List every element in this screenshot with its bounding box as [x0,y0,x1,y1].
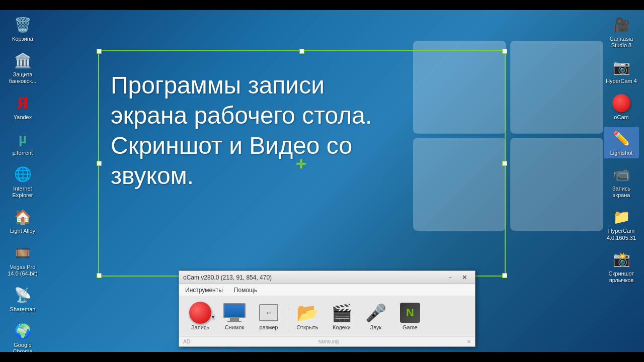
main-content-overlay: Программы записи экрана рабочего стола. … [111,70,387,191]
camtasia-label: Camtasia Studio 8 [606,36,637,49]
utorrent-label: µTorrent [13,150,33,156]
icon-internet-explorer[interactable]: 🌐 Internet Explorer [5,162,40,201]
menu-help[interactable]: Помощь [231,286,260,295]
hypercam-folder-label: HyperCam 4.0.1605.31 [606,228,637,241]
ocam-window-controls: − ✕ [444,273,471,283]
icon-zapis-ekrana[interactable]: 📹 Запись экрана [604,162,639,201]
icon-bank-protect[interactable]: 🏛️ Защита банковск... [5,48,40,86]
vegas-pro-icon: 🎞️ [13,243,33,263]
codecs-button[interactable]: 🎬 Кодеки [326,300,358,332]
shareman-label: Shareman [10,306,36,313]
recycle-bin-label: Корзина [12,36,33,42]
ocam-label: oCam [614,114,628,121]
ocam-menubar: Инструменты Помощь [179,284,475,296]
sound-button[interactable]: 🎤 Звук [360,300,392,332]
icon-utorrent[interactable]: µ µTorrent [5,127,40,158]
skrinshot-yarlychkov-icon: 📸 [611,249,631,269]
svg-rect-1 [510,41,603,134]
handle-top-left[interactable] [97,49,102,54]
game-label: Game [403,324,418,330]
google-chrome-icon: 🌍 [13,321,33,341]
ocam-icon [611,93,631,113]
handle-top-center[interactable] [299,49,304,54]
screenshot-icon [222,302,247,323]
icon-skrinshot-yarlychkov[interactable]: 📸 Скриншот ярлычков [604,247,639,286]
yandex-icon: Я [13,93,33,113]
ocam-minimize-button[interactable]: − [444,273,457,283]
icon-lightshot[interactable]: ✏️ Lightshot [604,127,639,158]
ie-icon: 🌐 [13,164,33,185]
record-icon: ▾ [188,302,212,323]
bank-protect-icon: 🏛️ [13,50,33,70]
ocam-titlebar: oCam v280.0 (213, 91, 854, 470) − ✕ [179,271,475,284]
ie-label: Internet Explorer [7,186,38,199]
desktop: ✛ Программы записи экрана рабочего стола… [0,0,644,362]
record-button[interactable]: ▾ Запись [184,300,216,332]
ocam-window: oCam v280.0 (213, 91, 854, 470) − ✕ Инст… [179,270,475,347]
ocam-close-button[interactable]: ✕ [458,273,471,283]
open-label: Открыть [296,324,318,330]
utorrent-icon: µ [13,129,33,149]
icon-ocam[interactable]: oCam [604,91,639,123]
record-dropdown-arrow: ▾ [211,314,215,320]
sound-label: Звук [370,324,382,330]
game-icon: N [398,302,422,323]
open-button[interactable]: 📂 Открыть [291,300,324,332]
lightshot-icon: ✏️ [611,129,631,149]
zapis-ekrana-label: Запись экрана [606,186,637,199]
lightshot-label: Lightshot [610,150,633,156]
icon-light-alloy[interactable]: 🏠 Light Alloy [5,205,40,236]
handle-bottom-right[interactable] [502,273,507,278]
handle-middle-left[interactable] [97,161,102,166]
ad-label-left: AD [183,339,190,344]
resize-button[interactable]: ↔ размер [253,300,285,332]
icon-shareman[interactable]: 📡 Shareman [5,283,40,315]
icon-yandex[interactable]: Я Yandex [5,91,40,123]
open-folder-icon: 📂 [295,302,319,323]
hypercam4-label: HyperCam 4 [606,78,637,84]
handle-bottom-left[interactable] [97,273,102,278]
icon-camtasia[interactable]: 🎥 Camtasia Studio 8 [604,13,639,51]
codecs-label: Кодеки [333,324,351,330]
ocam-adbar: AD samsung ✕ [179,336,475,346]
desktop-icons-right: 🎥 Camtasia Studio 8 📷 HyperCam 4 oCam ✏️… [604,13,639,286]
svg-rect-0 [413,41,506,134]
hypercam-folder-icon: 📁 [611,207,631,227]
ad-label-samsung: samsung [318,339,339,344]
sound-icon: 🎤 [364,302,388,323]
toolbar-separator-1 [288,307,288,332]
game-button[interactable]: N Game [394,300,426,332]
main-heading: Программы записи экрана рабочего стола. … [111,70,387,191]
windows-logo-bg [403,30,614,243]
recycle-bin-icon: 🗑️ [13,15,33,35]
vegas-pro-label: Vegas Pro 14.0 (64-bit) [7,264,38,277]
light-alloy-label: Light Alloy [10,228,35,234]
bottom-bar [0,352,644,362]
ad-close[interactable]: ✕ [467,339,471,344]
codecs-icon: 🎬 [330,302,354,323]
icon-hypercam-folder[interactable]: 📁 HyperCam 4.0.1605.31 [604,205,639,243]
light-alloy-icon: 🏠 [13,207,33,227]
screenshot-label: Снимок [225,324,245,330]
camtasia-icon: 🎥 [611,15,631,35]
ocam-window-title: oCam v280.0 (213, 91, 854, 470) [183,274,444,281]
hypercam4-icon: 📷 [611,57,631,77]
top-bar [0,0,644,10]
screenshot-button[interactable]: Снимок [218,300,251,332]
svg-rect-3 [510,138,603,231]
icon-hypercam4[interactable]: 📷 HyperCam 4 [604,55,639,86]
resize-label: размер [260,324,278,330]
zapis-ekrana-icon: 📹 [611,164,631,185]
record-label: Запись [191,324,209,330]
skrinshot-yarlychkov-label: Скриншот ярлычков [606,270,637,284]
yandex-label: Yandex [14,114,32,121]
icon-google-chrome[interactable]: 🌍 Google Chrome [5,319,40,357]
bank-protect-label: Защита банковск... [7,71,38,84]
menu-tools[interactable]: Инструменты [182,286,226,295]
ocam-toolbar: ▾ Запись Снимок ↔ [179,296,475,336]
resize-icon: ↔ [257,302,281,323]
icon-vegas-pro[interactable]: 🎞️ Vegas Pro 14.0 (64-bit) [5,241,40,279]
desktop-icons-left: 🗑️ Корзина 🏛️ Защита банковск... Я Yande… [5,13,40,362]
icon-recycle-bin[interactable]: 🗑️ Корзина [5,13,40,44]
shareman-icon: 📡 [13,285,33,305]
